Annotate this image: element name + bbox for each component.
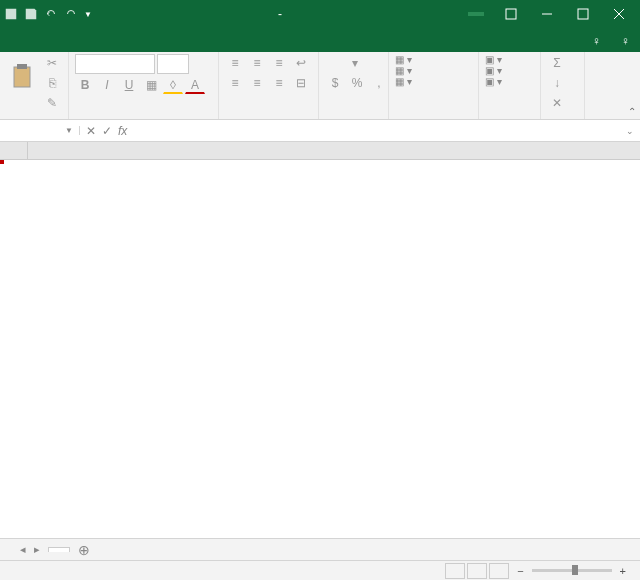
- view-normal-icon[interactable]: [445, 563, 465, 579]
- select-all-corner[interactable]: [0, 142, 28, 159]
- group-align: [225, 117, 312, 119]
- merge-icon[interactable]: ⊟: [291, 74, 311, 92]
- align-left-icon[interactable]: ≡: [225, 74, 245, 92]
- login-button[interactable]: [468, 12, 484, 16]
- fx-icon[interactable]: fx: [118, 124, 127, 138]
- sheet-tab-bar: ◂ ▸ ⊕: [0, 538, 640, 560]
- zoom-slider[interactable]: [532, 569, 612, 572]
- selection-box: [0, 160, 4, 164]
- cancel-formula-icon[interactable]: ✕: [86, 124, 96, 138]
- clear-icon[interactable]: ✕: [547, 94, 567, 112]
- border-icon[interactable]: ▦: [141, 76, 161, 94]
- svg-rect-5: [17, 64, 27, 69]
- autosum-icon[interactable]: Σ: [547, 54, 567, 72]
- formula-bar: ▼ ✕ ✓ fx ⌄: [0, 120, 640, 142]
- number-format-select[interactable]: ▾: [325, 54, 385, 72]
- window-title: -: [92, 7, 468, 21]
- sheet-nav-next-icon[interactable]: ▸: [34, 543, 40, 556]
- zoom-in-icon[interactable]: +: [620, 565, 626, 577]
- insert-cells-button[interactable]: ▣ ▾: [485, 54, 502, 65]
- underline-icon[interactable]: U: [119, 76, 139, 94]
- fill-color-icon[interactable]: ◊: [163, 76, 183, 94]
- wrap-text-icon[interactable]: ↩: [291, 54, 311, 72]
- title-bar: ▼ -: [0, 0, 640, 28]
- font-color-icon[interactable]: A: [185, 76, 205, 94]
- add-sheet-icon[interactable]: ⊕: [78, 542, 90, 558]
- expand-formula-icon[interactable]: ⌄: [620, 126, 640, 136]
- copy-icon[interactable]: ⎘: [42, 74, 62, 92]
- italic-icon[interactable]: I: [97, 76, 117, 94]
- autosave-icon[interactable]: [4, 7, 18, 21]
- paste-button[interactable]: [6, 54, 38, 98]
- ribbon: ✂ ⎘ ✎ B I U ▦ ◊ A ≡: [0, 52, 640, 120]
- cell-styles-button[interactable]: ▦ ▾: [395, 76, 412, 87]
- align-top-icon[interactable]: ≡: [225, 54, 245, 72]
- font-size-select[interactable]: [157, 54, 189, 74]
- group-font: [75, 117, 212, 119]
- comma-icon[interactable]: ,: [369, 74, 389, 92]
- close-icon[interactable]: [602, 2, 636, 26]
- align-center-icon[interactable]: ≡: [247, 74, 267, 92]
- redo-icon[interactable]: [64, 7, 78, 21]
- cond-format-button[interactable]: ▦ ▾: [395, 54, 412, 65]
- minimize-icon[interactable]: [530, 2, 564, 26]
- fill-icon[interactable]: ↓: [547, 74, 567, 92]
- tab-file[interactable]: [4, 44, 24, 52]
- group-cells: [485, 117, 534, 119]
- maximize-icon[interactable]: [566, 2, 600, 26]
- svg-rect-3: [578, 9, 588, 19]
- bold-icon[interactable]: B: [75, 76, 95, 94]
- name-box[interactable]: ▼: [0, 126, 80, 135]
- save-icon[interactable]: [24, 7, 38, 21]
- group-clipboard: [6, 117, 62, 119]
- delete-cells-button[interactable]: ▣ ▾: [485, 65, 502, 76]
- formula-input[interactable]: [133, 124, 620, 138]
- tellme-search[interactable]: ♀: [582, 30, 611, 52]
- percent-icon[interactable]: %: [347, 74, 367, 92]
- ribbon-options-icon[interactable]: [494, 2, 528, 26]
- currency-icon[interactable]: $: [325, 74, 345, 92]
- ribbon-tabs: ♀ ♀: [0, 28, 640, 52]
- format-cells-button[interactable]: ▣ ▾: [485, 76, 502, 87]
- align-mid-icon[interactable]: ≡: [247, 54, 267, 72]
- undo-icon[interactable]: [44, 7, 58, 21]
- sheet-nav-prev-icon[interactable]: ◂: [20, 543, 26, 556]
- qat-dropdown-icon[interactable]: ▼: [84, 10, 92, 19]
- zoom-out-icon[interactable]: −: [517, 565, 523, 577]
- group-styles: [395, 117, 472, 119]
- cut-icon[interactable]: ✂: [42, 54, 62, 72]
- status-bar: − +: [0, 560, 640, 580]
- align-right-icon[interactable]: ≡: [269, 74, 289, 92]
- view-break-icon[interactable]: [489, 563, 509, 579]
- svg-rect-1: [506, 9, 516, 19]
- svg-rect-4: [14, 67, 30, 87]
- enter-formula-icon[interactable]: ✓: [102, 124, 112, 138]
- group-editing: [547, 117, 578, 119]
- svg-rect-0: [6, 9, 17, 20]
- sheet-tab[interactable]: [48, 547, 70, 552]
- view-layout-icon[interactable]: [467, 563, 487, 579]
- collapse-ribbon-icon[interactable]: ⌃: [628, 106, 636, 117]
- table-format-button[interactable]: ▦ ▾: [395, 65, 412, 76]
- worksheet-grid[interactable]: [0, 142, 640, 538]
- group-number: [325, 117, 382, 119]
- align-bot-icon[interactable]: ≡: [269, 54, 289, 72]
- share-button[interactable]: ♀: [611, 30, 640, 52]
- format-painter-icon[interactable]: ✎: [42, 94, 62, 112]
- font-name-select[interactable]: [75, 54, 155, 74]
